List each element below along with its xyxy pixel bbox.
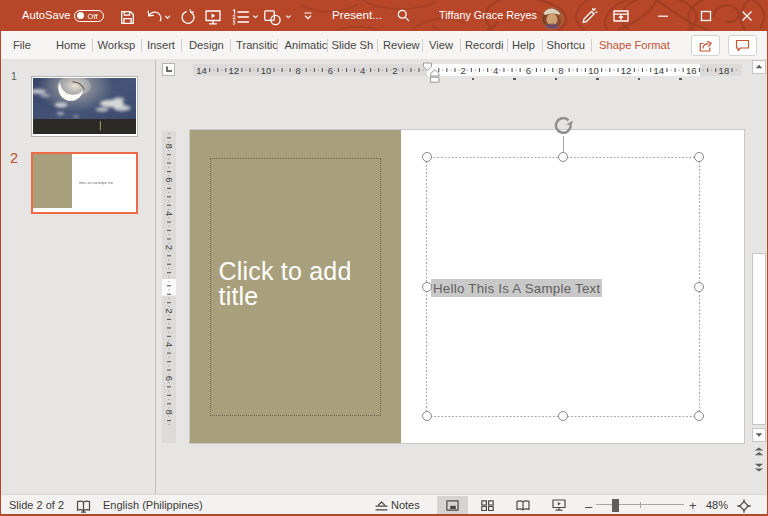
svg-text:4: 4 [164,342,175,347]
svg-text:8: 8 [558,64,563,75]
svg-text:16: 16 [686,64,697,75]
svg-text:14: 14 [196,64,207,75]
svg-text:10: 10 [588,64,599,75]
svg-text:12: 12 [229,64,240,75]
svg-text:2: 2 [164,244,175,249]
svg-text:12: 12 [621,64,632,75]
svg-text:2: 2 [392,64,397,75]
svg-text:2: 2 [460,64,465,75]
svg-text:4: 4 [164,210,175,215]
svg-text:4: 4 [360,64,365,75]
svg-text:8: 8 [296,64,301,75]
svg-text:8: 8 [164,143,175,148]
svg-text:4: 4 [493,64,498,75]
svg-text:18: 18 [719,64,730,75]
svg-text:10: 10 [261,64,272,75]
svg-text:14: 14 [653,64,664,75]
svg-text:8: 8 [164,409,175,414]
svg-text:6: 6 [164,177,175,182]
svg-text:6: 6 [164,375,175,380]
svg-text:6: 6 [328,64,333,75]
svg-text:6: 6 [526,64,531,75]
svg-text:2: 2 [164,308,175,313]
